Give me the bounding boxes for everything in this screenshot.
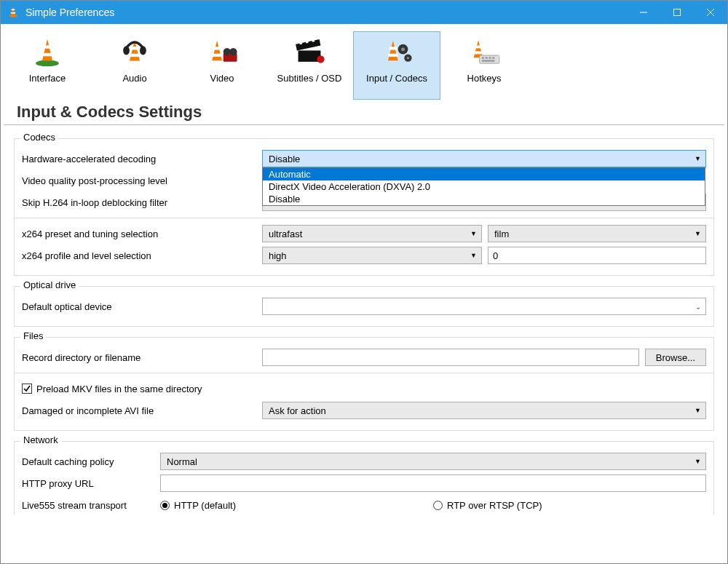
hwdec-dropdown: Automatic DirectX Video Acceleration (DX… — [262, 167, 705, 206]
svg-rect-41 — [486, 57, 488, 58]
category-subtitles[interactable]: Subtitles / OSD — [266, 31, 353, 100]
svg-point-35 — [407, 57, 409, 59]
radio-icon — [160, 501, 170, 510]
chevron-down-icon: ▼ — [695, 407, 701, 414]
category-label: Video — [210, 73, 234, 84]
x264-preset-label: x264 preset and tuning selection — [22, 229, 262, 239]
caching-combo[interactable]: Normal ▼ — [160, 453, 706, 470]
svg-rect-10 — [44, 45, 52, 48]
hwdec-option[interactable]: Disable — [263, 193, 705, 205]
svg-rect-43 — [492, 57, 494, 58]
caching-value: Normal — [167, 456, 197, 467]
svg-rect-31 — [388, 54, 398, 57]
svg-point-8 — [36, 60, 59, 67]
hwdec-value: Disable — [269, 154, 300, 164]
svg-rect-40 — [482, 57, 484, 58]
window-title: Simple Preferences — [25, 7, 114, 18]
svg-rect-37 — [475, 45, 482, 48]
content-area: Codecs Hardware-accelerated decoding Dis… — [1, 125, 727, 515]
x264-profile-value: high — [269, 250, 287, 261]
live555-rtp-label: RTP over RTSP (TCP) — [447, 500, 542, 511]
titlebar: Simple Preferences — [1, 1, 727, 24]
clapperboard-icon — [292, 36, 327, 68]
svg-point-28 — [317, 55, 324, 63]
window-controls — [627, 1, 727, 24]
avi-combo[interactable]: Ask for action ▼ — [262, 402, 706, 419]
group-title: Network — [20, 434, 61, 445]
cone-keyboard-icon — [467, 36, 502, 68]
hwdec-combo[interactable]: Disable ▼ Automatic DirectX Video Accele… — [262, 150, 706, 167]
preload-mkv-label: Preload MKV files in the same directory — [36, 384, 202, 394]
svg-point-15 — [123, 46, 130, 55]
x264-profile-combo[interactable]: high ▼ — [262, 247, 482, 264]
group-files: Files Record directory or filename Brows… — [14, 337, 714, 431]
divider — [15, 218, 713, 218]
category-label: Subtitles / OSD — [277, 73, 342, 84]
minimize-button[interactable] — [627, 1, 660, 24]
record-input[interactable] — [262, 349, 639, 366]
svg-point-33 — [401, 47, 405, 51]
titlebar-left: Simple Preferences — [7, 5, 114, 20]
maximize-button[interactable] — [660, 1, 694, 24]
avi-value: Ask for action — [269, 405, 326, 416]
hwdec-option[interactable]: DirectX Video Acceleration (DXVA) 2.0 — [263, 180, 705, 193]
group-title: Files — [20, 330, 46, 341]
hwdec-option[interactable]: Automatic — [263, 168, 705, 180]
svg-rect-2 — [11, 12, 15, 13]
svg-rect-38 — [474, 51, 483, 54]
cone-icon — [30, 36, 65, 68]
x264-level-input[interactable]: 0 — [488, 247, 706, 264]
live555-rtp-radio[interactable]: RTP over RTSP (TCP) — [433, 500, 706, 511]
chevron-down-icon: ▼ — [470, 230, 477, 237]
browse-button[interactable]: Browse... — [645, 349, 706, 366]
category-label: Interface — [29, 73, 66, 84]
hwdec-label: Hardware-accelerated decoding — [22, 154, 262, 164]
category-interface[interactable]: Interface — [4, 31, 91, 100]
group-optical: Optical drive Default optical device ⌄ — [14, 286, 714, 327]
category-hotkeys[interactable]: Hotkeys — [440, 31, 528, 100]
cone-gears-icon — [379, 36, 414, 68]
category-toolbar: Interface Audio Video — [1, 24, 727, 100]
optical-device-combo[interactable]: ⌄ — [262, 298, 706, 315]
radio-icon — [433, 501, 443, 510]
record-label: Record directory or filename — [22, 352, 262, 363]
x264-preset-value: ultrafast — [269, 229, 302, 239]
svg-point-3 — [9, 15, 17, 17]
x264-profile-label: x264 profile and level selection — [22, 250, 262, 261]
group-title: Optical drive — [20, 279, 79, 290]
x264-level-value: 0 — [493, 250, 498, 261]
group-codecs: Codecs Hardware-accelerated decoding Dis… — [14, 138, 714, 276]
svg-point-16 — [140, 46, 146, 55]
svg-rect-14 — [130, 54, 140, 57]
svg-marker-9 — [42, 39, 52, 61]
category-input-codecs[interactable]: Input / Codecs — [353, 31, 440, 100]
svg-rect-44 — [482, 60, 495, 61]
svg-rect-13 — [131, 47, 139, 49]
svg-rect-5 — [674, 9, 681, 16]
proxy-input[interactable] — [160, 474, 706, 492]
category-video[interactable]: Video — [178, 31, 266, 100]
category-audio[interactable]: Audio — [91, 31, 178, 100]
preload-mkv-checkbox[interactable]: Preload MKV files in the same directory — [22, 384, 202, 394]
checkbox-icon — [22, 384, 32, 394]
x264-preset-combo[interactable]: ultrafast ▼ — [262, 225, 482, 242]
svg-rect-39 — [480, 55, 499, 63]
cone-film-icon — [205, 36, 240, 68]
svg-rect-19 — [212, 54, 222, 57]
chevron-down-icon: ▼ — [695, 458, 701, 465]
divider — [15, 373, 713, 373]
live555-http-radio[interactable]: HTTP (default) — [160, 500, 433, 511]
svg-rect-1 — [12, 9, 15, 10]
chevron-down-icon: ▼ — [695, 155, 701, 162]
chevron-down-icon: ⌄ — [695, 303, 701, 311]
group-title: Codecs — [20, 132, 58, 143]
chevron-down-icon: ▼ — [470, 252, 477, 259]
category-label: Hotkeys — [467, 73, 502, 84]
caching-label: Default caching policy — [22, 456, 160, 467]
close-button[interactable] — [694, 1, 727, 24]
x264-tune-combo[interactable]: film ▼ — [488, 225, 706, 242]
cone-headphones-icon — [117, 36, 152, 68]
postproc-label: Video quality post-processing level — [22, 175, 262, 186]
live555-label: Live555 stream transport — [22, 500, 160, 511]
svg-rect-30 — [389, 47, 397, 49]
